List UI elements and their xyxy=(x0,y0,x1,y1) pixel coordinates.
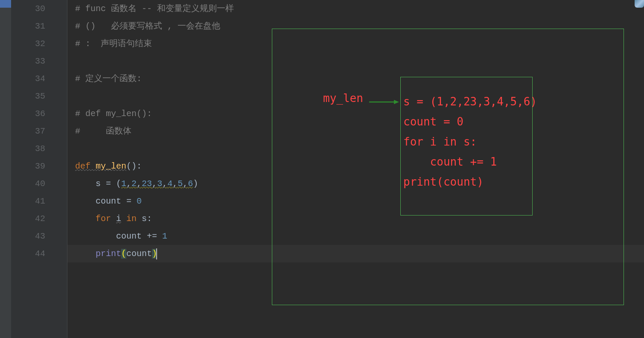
token-builtin: print xyxy=(96,249,121,259)
token-keyword: in xyxy=(126,214,142,224)
token-comma-wavy: , xyxy=(126,179,131,189)
line-number[interactable]: 41 xyxy=(11,192,45,210)
token-text: s: xyxy=(142,214,152,224)
token-comma-wavy: , xyxy=(162,179,167,189)
line-number[interactable]: 37 xyxy=(11,122,45,140)
token-comma-wavy: , xyxy=(183,179,188,189)
line-number[interactable]: 38 xyxy=(11,140,45,157)
line-number[interactable]: 44 xyxy=(11,245,45,262)
token-number-wavy: 6 xyxy=(188,179,193,189)
token-keyword-wavy: def xyxy=(75,161,96,171)
annotation-inner-code: s = (1,2,23,3,4,5,6) count = 0 for i in … xyxy=(403,92,537,192)
line-number[interactable]: 34 xyxy=(11,70,45,87)
token-text: (): xyxy=(126,161,142,171)
token-funcname-wavy: my_len xyxy=(96,161,126,171)
token-comma-wavy: , xyxy=(172,179,178,189)
token-number: 0 xyxy=(137,196,142,206)
token-number-wavy: 3 xyxy=(157,179,162,189)
line-number[interactable]: 36 xyxy=(11,105,45,122)
token-text: count += xyxy=(75,231,162,241)
token-text: count xyxy=(126,249,152,259)
token-number-wavy: 1 xyxy=(121,179,126,189)
token-comma-wavy: , xyxy=(137,179,142,189)
line-number[interactable]: 35 xyxy=(11,87,45,105)
token-number: 1 xyxy=(162,231,167,241)
token-number-wavy: 5 xyxy=(178,179,183,189)
token-text: s = ( xyxy=(75,179,121,189)
token-comment: # 函数体 xyxy=(75,126,131,136)
token-comment: # func 函数名 -- 和变量定义规则一样 xyxy=(75,4,234,14)
annotation-label: my_len xyxy=(323,92,363,105)
token-paren-match: ( xyxy=(121,249,126,259)
line-number[interactable]: 31 xyxy=(11,17,45,35)
token-comment: # 定义一个函数: xyxy=(75,74,142,84)
arrow-icon xyxy=(369,99,399,101)
token-text-wavy: i xyxy=(116,214,121,224)
line-number[interactable]: 33 xyxy=(11,52,45,70)
token-text: ) xyxy=(193,179,198,189)
token-comment: # () 必须要写格式 , 一会在盘他 xyxy=(75,21,220,31)
token-comma-wavy: , xyxy=(152,179,157,189)
gutter[interactable]: 3031323334353637⊟3839⊟4041424344 xyxy=(11,0,67,338)
token-text xyxy=(75,249,96,259)
code-line[interactable]: # func 函数名 -- 和变量定义规则一样 xyxy=(67,0,644,17)
token-text xyxy=(75,214,96,224)
sidebar-indicator xyxy=(0,0,11,8)
line-number[interactable]: 39 xyxy=(11,157,45,175)
inspection-icon[interactable] xyxy=(635,0,644,8)
line-number[interactable]: 42 xyxy=(11,210,45,227)
caret xyxy=(156,248,157,259)
line-number[interactable]: 40 xyxy=(11,175,45,192)
token-number-wavy: 2 xyxy=(131,179,137,189)
token-comment: # : 声明语句结束 xyxy=(75,39,152,49)
svg-marker-1 xyxy=(394,100,399,104)
token-keyword: for xyxy=(96,214,116,224)
line-number[interactable]: 30 xyxy=(11,0,45,17)
token-comment: # def my_len(): xyxy=(75,109,152,119)
line-number[interactable]: 32 xyxy=(11,35,45,52)
token-number-wavy: 4 xyxy=(167,179,172,189)
token-text xyxy=(121,214,126,224)
line-number[interactable]: 43 xyxy=(11,227,45,245)
token-number-wavy: 23 xyxy=(142,179,152,189)
token-text: count = xyxy=(75,196,137,206)
left-sidebar xyxy=(0,0,11,338)
